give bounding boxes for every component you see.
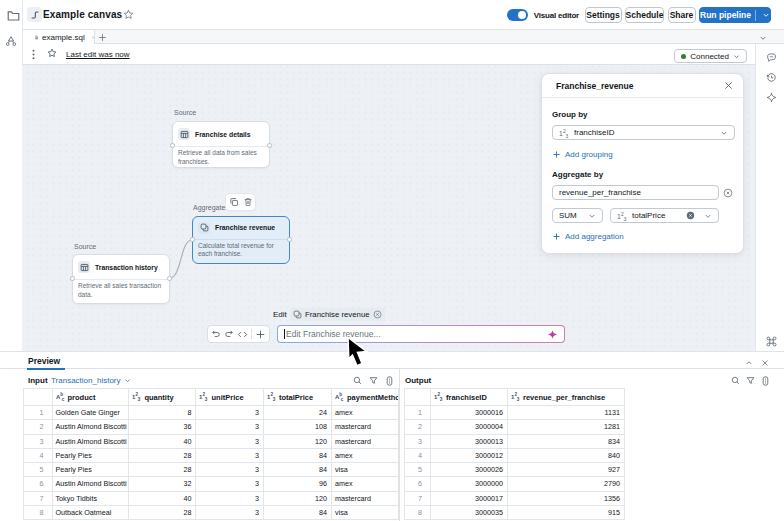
svg-text:c: c [341,397,344,401]
svg-text:3: 3 [517,397,520,401]
svg-text:3: 3 [623,215,626,220]
svg-text:3: 3 [273,397,276,401]
svg-text:3: 3 [138,397,141,401]
svg-text:c: c [61,397,64,401]
svg-text:3: 3 [205,397,208,401]
svg-text:3: 3 [565,132,568,137]
svg-text:3: 3 [440,397,443,401]
